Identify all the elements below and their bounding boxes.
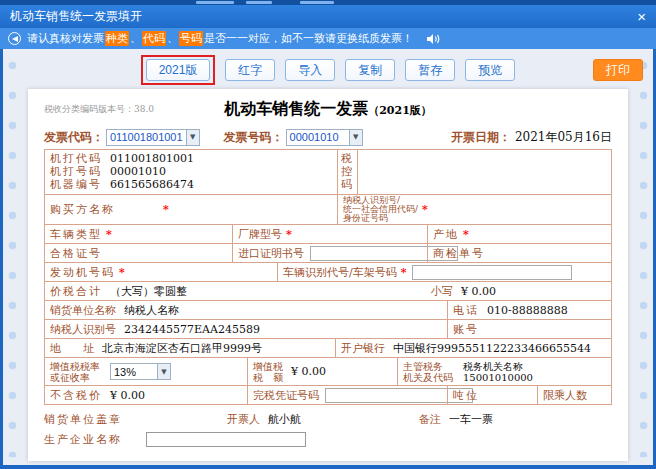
preview-button[interactable]: 预览 (465, 59, 515, 81)
machine-id-label: 机器编号 (50, 177, 102, 192)
invoice-footer-row: 销货单位盖章 开票人 航小航 备注 一车一票 (44, 409, 612, 429)
row-total: 价税合计 （大写）零圆整 小写 ¥ 0.00 (45, 281, 611, 300)
notice-highlight-type: 种类 (105, 31, 129, 46)
account-cell[interactable]: 账号 (447, 320, 611, 338)
vat-amount-cell: 增值税 税 额 ¥ 0.00 (247, 358, 397, 385)
certificate-label: 合格证号 (50, 246, 102, 261)
required-mark: * (163, 203, 169, 216)
dropdown-arrow-icon: ▼ (186, 130, 199, 145)
manufacturer-row: 生产企业名称 (44, 429, 612, 449)
required-mark: * (401, 266, 407, 279)
address-label: 地 址 (50, 341, 94, 356)
red-letter-button[interactable]: 红字 (225, 59, 275, 81)
tax-office-value-line1: 税务机关名称 (463, 361, 533, 372)
invoice-code-row: 发票代码： 011001801001 ▼ 发票号码： 00001010 ▼ 开票… (44, 125, 612, 149)
invoice-title-text: 机动车销售统一发票 (224, 99, 368, 118)
seller-name-cell[interactable]: 销货单位名称 纳税人名称 (45, 301, 447, 319)
buyer-id-cell[interactable]: 纳税人识别号/ 统一社会信用代码/ 身份证号码 * (337, 195, 611, 224)
tax-office-cell: 主管税务 机关及代码 税务机关名称 15001010000 (397, 358, 611, 385)
brand-model-label: 厂牌型号 (238, 227, 282, 242)
row-engine-vin: 发动机号码 * 车辆识别代号/车架号码 * (45, 262, 611, 281)
tax-control-value-cell[interactable] (357, 150, 611, 194)
bank-label: 开户银行 (341, 341, 385, 356)
notice-bar: 请认真核对发票种类、代码、号码是否一一对应，如不一致请更换纸质发票！ (0, 28, 656, 49)
certificate-cell[interactable]: 合格证号 (45, 244, 232, 262)
import-button[interactable]: 导入 (285, 59, 335, 81)
invoice-table: 机打代码011001801001 机打号码00001010 机器编号661565… (44, 149, 612, 405)
price-excl-cell[interactable]: 不含税价 ¥ 0.00 (45, 386, 247, 404)
inspection-cell[interactable]: 商检单号 (427, 244, 611, 262)
tax-office-label-line1: 主管税务 (403, 361, 453, 372)
manufacturer-input[interactable] (146, 432, 306, 447)
seller-taxid-cell[interactable]: 纳税人识别号 2342445577EAA245589 (45, 320, 447, 338)
remark-group: 备注 一车一票 (419, 412, 493, 427)
address-cell[interactable]: 地 址 北京市海淀区杏石口路甲9999号 (45, 339, 335, 357)
account-label: 账号 (453, 322, 479, 337)
buyer-name-cell[interactable]: 购买方名称 * (45, 195, 337, 224)
required-mark: * (106, 228, 112, 241)
total-label: 价税合计 (50, 284, 102, 299)
notice-separator: 、 (130, 31, 141, 46)
manufacturer-label: 生产企业名称 (44, 432, 122, 447)
remark-value: 一车一票 (449, 412, 493, 427)
vat-amount-label-line1: 增值税 (253, 361, 283, 372)
vat-rate-select[interactable]: 13% ▼ (110, 363, 171, 380)
row-address-bank: 地 址 北京市海淀区杏石口路甲9999号 开户银行 中国银行9995551122… (45, 338, 611, 357)
invoice-number-select[interactable]: 00001010 ▼ (286, 129, 363, 146)
vehicle-type-cell[interactable]: 车辆类型 * (45, 225, 232, 243)
notice-separator: 、 (167, 31, 178, 46)
seller-name-value: 纳税人名称 (124, 303, 179, 318)
seller-stamp-label: 销货单位盖章 (44, 412, 122, 427)
invoice-date-label: 开票日期： (451, 130, 511, 144)
required-mark: * (286, 228, 292, 241)
vat-amount-label-line2: 税 额 (253, 372, 283, 383)
version-2021-button[interactable]: 2021版 (146, 59, 211, 81)
total-small-value: ¥ 0.00 (461, 285, 496, 298)
invoice-header: 税收分类编码版本号：38.0 机动车销售统一发票（2021版） (44, 95, 612, 125)
drawer-value: 航小航 (268, 412, 301, 427)
vin-input[interactable] (412, 265, 572, 280)
invoice-code-value: 011001801001 (107, 131, 186, 143)
row-seller-name: 销货单位名称 纳税人名称 电话 010-88888888 (45, 300, 611, 319)
vehicle-type-label: 车辆类型 (50, 227, 102, 242)
row-seller-taxid: 纳税人识别号 2342445577EAA245589 账号 (45, 319, 611, 338)
copy-button[interactable]: 复制 (345, 59, 395, 81)
tax-office-label-line2: 机关及代码 (403, 372, 453, 383)
machine-number-value: 00001010 (110, 165, 166, 178)
row-machine-codes: 机打代码011001801001 机打号码00001010 机器编号661565… (45, 150, 611, 194)
passenger-limit-cell[interactable]: 限乘人数 (537, 386, 611, 404)
decor-dots-right (639, 61, 648, 457)
total-cn-value: （大写）零圆整 (110, 284, 187, 299)
background-window-strip (0, 0, 656, 5)
vat-amount-label: 增值税 税 额 (253, 361, 283, 383)
buyer-name-label: 购买方名称 (50, 202, 115, 217)
brand-model-cell[interactable]: 厂牌型号 * (232, 225, 427, 243)
origin-cell[interactable]: 产地 * (427, 225, 611, 243)
tax-code-version-note: 税收分类编码版本号：38.0 (44, 103, 154, 116)
title-bar: 机动车销售统一发票填开 × (0, 5, 656, 28)
bank-cell[interactable]: 开户银行 中国银行9995551122233466655544 (335, 339, 611, 357)
decor-dots-left (8, 61, 17, 457)
tonnage-cell[interactable]: 吨位 (447, 386, 537, 404)
phone-cell[interactable]: 电话 010-88888888 (447, 301, 611, 319)
import-certificate-label: 进口证明书号 (238, 246, 304, 261)
speaker-icon[interactable] (427, 33, 441, 45)
close-icon[interactable]: × (637, 9, 646, 24)
bank-value: 中国银行9995551122233466655544 (393, 341, 591, 356)
invoice-number-label: 发票号码： (224, 129, 284, 146)
invoice-code-select[interactable]: 011001801001 ▼ (106, 129, 200, 146)
tax-office-value: 税务机关名称 15001010000 (463, 361, 533, 383)
vin-label: 车辆识别代号/车架号码 (283, 265, 397, 280)
invoice-title-version: （2021版） (368, 104, 432, 117)
machine-code-value: 011001801001 (110, 152, 194, 165)
engine-number-cell[interactable]: 发动机号码 * (45, 263, 277, 281)
required-mark: * (422, 203, 428, 216)
vat-rate-value: 13% (111, 366, 157, 378)
phone-label: 电话 (453, 303, 479, 318)
notice-text-suffix: 是否一一对应，如不一致请更换纸质发票！ (204, 31, 413, 46)
background-window-fragment (300, 1, 334, 4)
save-draft-button[interactable]: 暂存 (405, 59, 455, 81)
window-title: 机动车销售统一发票填开 (10, 8, 142, 25)
invoice-date-group: 开票日期： 2021年05月16日 (451, 129, 612, 146)
print-button[interactable]: 打印 (593, 59, 643, 81)
